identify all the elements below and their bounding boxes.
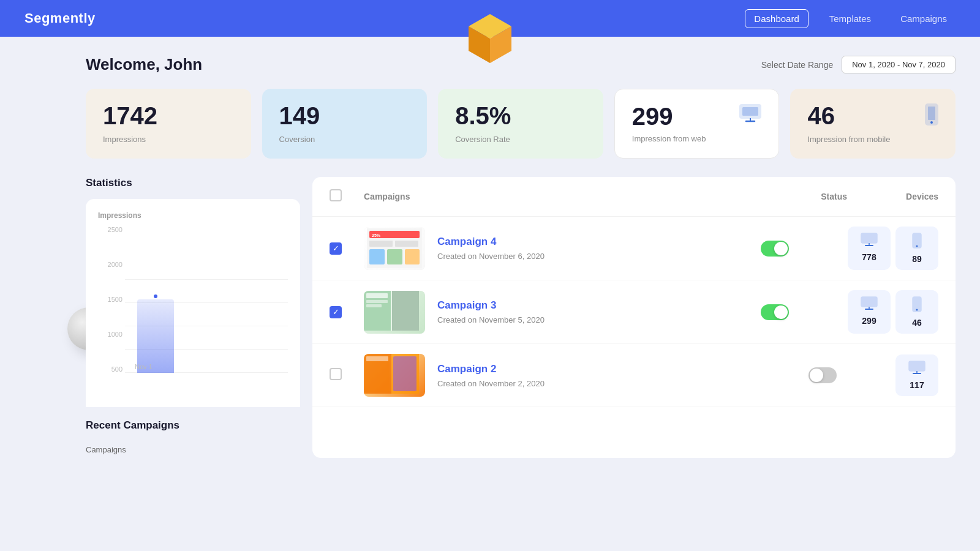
impressions-number: 1742	[103, 103, 234, 128]
campaign4-mobile-count: 89	[912, 254, 922, 264]
select-all-checkbox[interactable]	[330, 189, 342, 201]
svg-point-23	[916, 246, 918, 247]
campaign4-name: Campaign 4	[437, 236, 751, 248]
svg-rect-38	[366, 356, 388, 361]
coversion-rate-number: 8.5%	[455, 103, 586, 128]
recent-campaigns-section: Recent Campaigns Campaigns	[86, 419, 300, 458]
campaign3-thumb-art	[364, 291, 425, 334]
y-tick-1500: 1500	[98, 296, 123, 303]
statistics-title: Statistics	[86, 177, 300, 189]
y-tick-1000: 1000	[98, 331, 123, 338]
web-label: Impression from web	[632, 134, 762, 143]
campaign-row-4: 25% Campaign 4 Created on November 6, 20…	[312, 217, 956, 280]
stat-card-web: 299 Impression from web	[614, 89, 780, 159]
campaign4-toggle[interactable]	[761, 241, 789, 257]
campaign2-thumb	[364, 354, 425, 397]
campaign3-toggle[interactable]	[761, 304, 789, 320]
mobile-stat-icon-3	[912, 296, 922, 315]
mobile-stat-icon-4	[912, 233, 922, 252]
bar-group: Nov 1	[125, 250, 288, 373]
campaign4-date: Created on November 6, 2020	[437, 252, 751, 261]
svg-rect-14	[369, 241, 393, 247]
chart-y-label: Impressions	[98, 211, 288, 220]
stat-card-coversion: 149 Coversion	[262, 89, 428, 159]
web-stat-icon-4	[861, 233, 878, 250]
svg-rect-29	[366, 304, 382, 307]
campaign2-thumb-art	[364, 354, 425, 397]
navbar: Segmently Dashboard Templates Campaigns	[0, 0, 980, 37]
web-stat-icon-3	[861, 296, 878, 313]
svg-rect-26	[392, 291, 419, 331]
mobile-label: Impression from mobile	[807, 135, 938, 144]
svg-rect-18	[405, 249, 420, 264]
svg-rect-27	[366, 293, 388, 298]
header-status-area: Status	[821, 191, 896, 202]
stat-cards: 1742 Impressions 149 Coversion 8.5% Cove…	[86, 89, 956, 159]
nav-links: Dashboard Templates Campaigns	[745, 9, 956, 28]
main-content: Welcome, John Select Date Range Nov 1, 2…	[0, 37, 980, 470]
monitor-icon	[739, 104, 761, 127]
svg-rect-30	[861, 297, 877, 307]
welcome-title: Welcome, John	[86, 55, 202, 74]
campaign3-toggle-wrap	[761, 304, 789, 320]
chart-bar-nov1	[137, 299, 174, 373]
campaign3-web-count: 299	[862, 316, 876, 326]
checkbox-checked-3[interactable]	[330, 306, 342, 318]
y-tick-500: 500	[98, 365, 123, 373]
row2-checkbox[interactable]	[330, 368, 354, 383]
checkbox-empty-2[interactable]	[330, 368, 342, 380]
web-card-header: 299	[632, 104, 762, 129]
stat-card-mobile: 46 Impression from mobile	[790, 89, 956, 159]
left-panel: Statistics Impressions 500 1000 1500 200…	[86, 177, 312, 458]
campaign3-thumb	[364, 291, 425, 334]
date-range-value[interactable]: Nov 1, 2020 - Nov 7, 2020	[842, 56, 956, 73]
svg-rect-28	[366, 300, 388, 303]
campaign-row-3: Campaign 3 Created on November 5, 2020 2…	[312, 280, 956, 344]
row4-checkbox[interactable]	[330, 242, 354, 255]
svg-rect-15	[395, 241, 418, 247]
campaign3-web-stat: 299	[848, 290, 891, 334]
svg-rect-5	[742, 107, 758, 116]
svg-rect-40	[909, 361, 925, 371]
col-campaigns-header: Campaigns	[364, 192, 410, 201]
date-range-label: Select Date Range	[761, 60, 834, 70]
campaign3-mobile-count: 46	[912, 318, 922, 328]
mobile-icon	[925, 103, 938, 130]
svg-rect-39	[393, 356, 417, 391]
nav-campaigns[interactable]: Campaigns	[892, 10, 956, 28]
y-tick-2500: 2500	[98, 226, 123, 233]
campaign4-info: Campaign 4 Created on November 6, 2020	[435, 236, 751, 261]
svg-rect-16	[369, 249, 385, 264]
chart-area: 500 1000 1500 2000 2500	[98, 226, 288, 385]
y-tick-2000: 2000	[98, 261, 123, 268]
svg-text:25%: 25%	[372, 233, 381, 238]
coversion-rate-label: Coversion Rate	[455, 135, 586, 144]
svg-point-34	[916, 309, 918, 311]
y-axis: 500 1000 1500 2000 2500	[98, 226, 123, 385]
chart-container: Impressions 500 1000 1500 2000 2500	[86, 199, 300, 407]
campaign4-thumb: 25%	[364, 227, 425, 270]
campaigns-table-header: Campaigns Status Devices	[312, 177, 956, 217]
mobile-number: 46	[807, 103, 835, 128]
nav-templates[interactable]: Templates	[821, 10, 880, 28]
header-devices-area: Devices	[906, 191, 938, 202]
bottom-section: Statistics Impressions 500 1000 1500 200…	[86, 177, 956, 458]
svg-rect-17	[387, 249, 402, 264]
web-stat-icon-2	[908, 361, 925, 378]
coversion-label: Coversion	[279, 135, 410, 144]
nav-dashboard[interactable]: Dashboard	[745, 9, 808, 28]
campaign2-device-stats: 117	[895, 354, 938, 396]
web-number: 299	[632, 104, 673, 129]
header-checkbox	[330, 189, 354, 204]
campaign2-toggle[interactable]	[809, 367, 837, 383]
row3-checkbox[interactable]	[330, 306, 354, 318]
campaign3-name: Campaign 3	[437, 299, 751, 312]
campaign4-toggle-knob	[774, 242, 788, 255]
svg-rect-19	[861, 233, 877, 243]
campaign2-toggle-knob	[810, 369, 823, 382]
stat-card-impressions: 1742 Impressions	[86, 89, 251, 159]
campaign4-toggle-wrap	[761, 241, 789, 257]
checkbox-checked-4[interactable]	[330, 242, 342, 255]
campaign2-web-stat: 117	[895, 354, 938, 396]
campaign4-mobile-stat: 89	[895, 227, 938, 270]
